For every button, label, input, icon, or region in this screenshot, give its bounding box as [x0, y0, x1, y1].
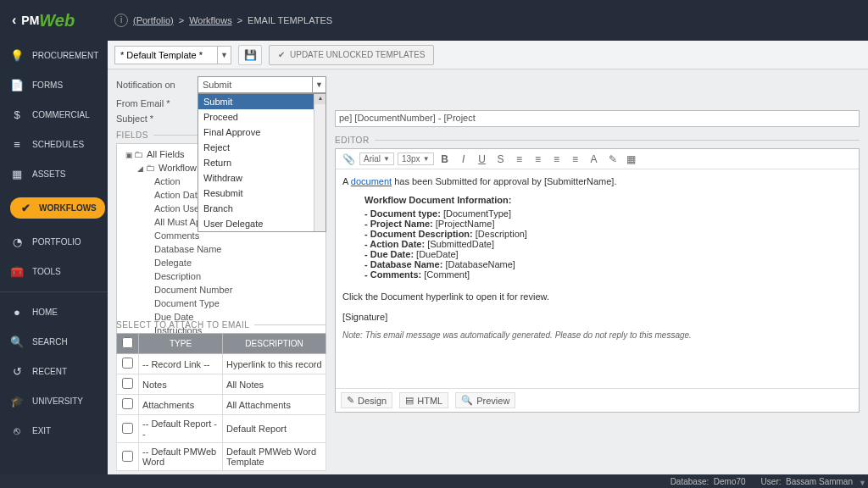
- info-icon[interactable]: i: [114, 14, 128, 27]
- subject-label: Subject *: [116, 114, 198, 124]
- logo: ‹ PMWeb: [0, 0, 108, 41]
- pencil-icon: ✎: [347, 395, 354, 406]
- dropdown-option[interactable]: Final Approve: [198, 125, 326, 140]
- sidebar-item-forms[interactable]: 📄FORMS: [0, 70, 108, 100]
- sidebar-item-assets[interactable]: ▦ASSETS: [0, 159, 108, 189]
- sidebar-item-search[interactable]: 🔍SEARCH: [0, 327, 108, 357]
- sidebar: 💡PROCUREMENT📄FORMS$COMMERCIAL≡SCHEDULES▦…: [0, 41, 108, 474]
- sidebar-item-portfolio[interactable]: ◔PORTFOLIO: [0, 227, 108, 257]
- attach-icon[interactable]: 📎: [341, 153, 356, 165]
- sidebar-item-exit[interactable]: ⎋EXIT: [0, 416, 108, 446]
- table-row: -- Record Link --Hyperlink to this recor…: [117, 354, 326, 374]
- align-left-icon[interactable]: ≡: [512, 153, 527, 165]
- sidebar-item-workflows[interactable]: ✔WORKFLOWS: [0, 189, 108, 227]
- sidebar-item-home[interactable]: ●HOME: [0, 297, 108, 327]
- dropdown-option[interactable]: Return: [198, 155, 326, 170]
- align-center-icon[interactable]: ≡: [531, 153, 546, 165]
- table-row: NotesAll Notes: [117, 374, 326, 395]
- chevron-down-icon[interactable]: ▼: [217, 47, 231, 64]
- code-icon: ▤: [405, 395, 414, 406]
- col-type[interactable]: TYPE: [139, 334, 223, 354]
- tree-field[interactable]: Delegate: [120, 256, 322, 269]
- image-icon[interactable]: ▦: [624, 153, 639, 165]
- bold-icon[interactable]: B: [437, 153, 453, 165]
- table-row: AttachmentsAll Attachments: [117, 395, 326, 415]
- tab-preview[interactable]: 🔍Preview: [455, 392, 515, 408]
- row-checkbox[interactable]: [122, 378, 133, 389]
- status-bar: Database: Demo70 User: Bassam Samman ▼: [0, 474, 868, 488]
- row-checkbox[interactable]: [122, 423, 133, 434]
- table-row: -- Default PMWeb WordDefault PMWeb Word …: [117, 443, 326, 471]
- table-row: -- Default Report --Default Report: [117, 415, 326, 443]
- chevron-down-icon[interactable]: ▼: [859, 479, 866, 487]
- row-checkbox[interactable]: [122, 398, 133, 409]
- strike-icon[interactable]: S: [493, 153, 509, 165]
- document-link[interactable]: document: [351, 176, 392, 186]
- align-right-icon[interactable]: ≡: [549, 153, 565, 165]
- dropdown-option[interactable]: Proceed: [198, 109, 326, 125]
- from-email-label: From Email *: [116, 98, 198, 108]
- tree-field[interactable]: Document Type: [120, 297, 322, 310]
- sidebar-item-schedules[interactable]: ≡SCHEDULES: [0, 130, 108, 159]
- attach-table: TYPE DESCRIPTION -- Record Link --Hyperl…: [116, 333, 326, 471]
- editor-header: EDITOR: [335, 136, 860, 145]
- crumb-page: EMAIL TEMPLATES: [248, 15, 332, 25]
- attach-check-all[interactable]: [122, 337, 133, 348]
- template-select[interactable]: ▼: [114, 46, 231, 64]
- tree-field[interactable]: Document Number: [120, 283, 322, 297]
- sidebar-item-recent[interactable]: ↺RECENT: [0, 357, 108, 386]
- sidebar-item-university[interactable]: 🎓UNIVERSITY: [0, 386, 108, 416]
- size-select[interactable]: 13px▼: [398, 152, 434, 165]
- tree-field[interactable]: Database Name: [120, 242, 322, 256]
- row-checkbox[interactable]: [122, 358, 133, 369]
- notification-dropdown: SubmitProceedFinal ApproveRejectReturnWi…: [198, 93, 326, 232]
- tab-html[interactable]: ▤HTML: [399, 392, 448, 408]
- template-input[interactable]: [115, 50, 217, 60]
- tree-field[interactable]: Description: [120, 269, 322, 283]
- subject-input[interactable]: pe] [DocumentNumber] - [Project: [335, 110, 860, 127]
- notification-select[interactable]: Submit ▼ SubmitProceedFinal ApproveRejec…: [198, 76, 326, 93]
- save-button[interactable]: 💾: [238, 45, 262, 65]
- chevron-down-icon[interactable]: ▼: [312, 77, 326, 92]
- crumb-portfolio[interactable]: (Portfolio): [133, 15, 174, 25]
- check-icon: ✔: [278, 50, 285, 59]
- breadcrumb: i (Portfolio) > Workflows > EMAIL TEMPLA…: [108, 14, 332, 27]
- notification-label: Notification on: [116, 80, 198, 90]
- toolbar: ▼ 💾 ✔UPDATE UNLOCKED TEMPLATES: [108, 41, 868, 69]
- save-icon: 💾: [244, 49, 257, 61]
- font-select[interactable]: Arial▼: [359, 152, 394, 165]
- attach-header: SELECT TO ATTACH TO EMAIL: [116, 320, 326, 330]
- dropdown-option[interactable]: Withdraw: [198, 170, 326, 186]
- tab-design[interactable]: ✎Design: [341, 392, 392, 408]
- align-justify-icon[interactable]: ≡: [568, 153, 583, 165]
- back-chevron-icon[interactable]: ‹: [7, 13, 21, 28]
- dropdown-option[interactable]: Branch: [198, 201, 326, 216]
- dropdown-option[interactable]: Resubmit: [198, 186, 326, 201]
- search-icon: 🔍: [461, 395, 473, 406]
- sidebar-item-tools[interactable]: 🧰TOOLS: [0, 257, 108, 286]
- editor-toolbar: 📎 Arial▼ 13px▼ B I U S ≡ ≡ ≡ ≡ A ✎ ▦: [336, 149, 859, 169]
- crumb-workflows[interactable]: Workflows: [189, 15, 232, 25]
- editor-body[interactable]: A document has been Submitted for approv…: [336, 169, 859, 388]
- dropdown-option[interactable]: Submit: [198, 94, 326, 109]
- dropdown-option[interactable]: Reject: [198, 140, 326, 155]
- col-desc[interactable]: DESCRIPTION: [223, 334, 326, 354]
- dropdown-option[interactable]: User Delegate: [198, 216, 326, 231]
- sidebar-item-commercial[interactable]: $COMMERCIAL: [0, 100, 108, 130]
- sidebar-item-procurement[interactable]: 💡PROCUREMENT: [0, 41, 108, 70]
- editor: 📎 Arial▼ 13px▼ B I U S ≡ ≡ ≡ ≡ A ✎ ▦: [335, 148, 860, 413]
- row-checkbox[interactable]: [122, 451, 133, 462]
- bg-color-icon[interactable]: ✎: [605, 153, 620, 165]
- check-icon: ✔: [19, 202, 32, 214]
- italic-icon[interactable]: I: [456, 153, 471, 165]
- underline-icon[interactable]: U: [475, 153, 490, 165]
- update-unlocked-button[interactable]: ✔UPDATE UNLOCKED TEMPLATES: [269, 45, 434, 65]
- font-color-icon[interactable]: A: [587, 153, 602, 165]
